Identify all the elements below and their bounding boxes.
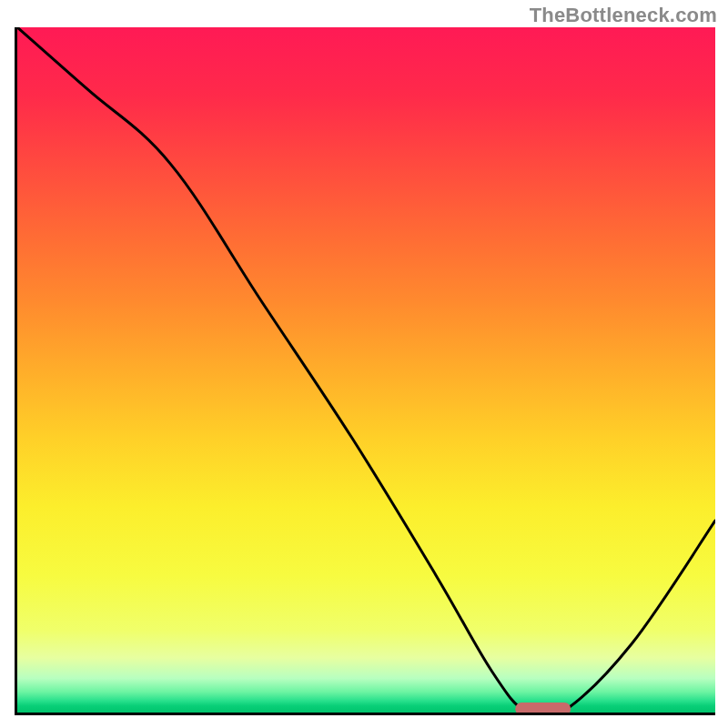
gradient-background	[17, 27, 715, 713]
optimal-marker	[515, 703, 571, 715]
watermark-text: TheBottleneck.com	[530, 4, 717, 27]
plot-area	[15, 27, 715, 715]
chart-container: TheBottleneck.com	[0, 0, 728, 728]
